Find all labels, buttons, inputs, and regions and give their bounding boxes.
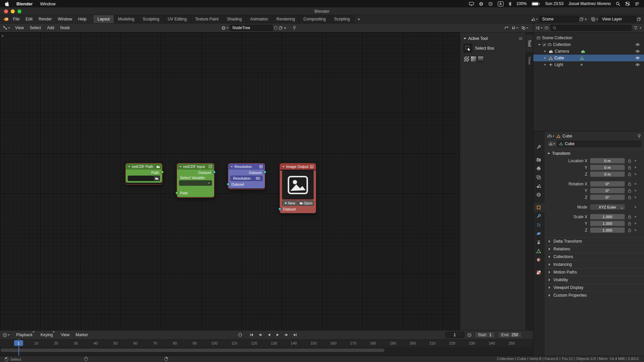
outliner-row-collection[interactable]: Collection [533, 41, 644, 48]
output-socket-dataset[interactable] [263, 171, 266, 174]
transform-value-field[interactable]: 0° [590, 181, 625, 187]
user-name[interactable]: Josué Martínez Moreno [569, 1, 611, 6]
menu-window[interactable]: Window [55, 17, 75, 21]
collapse-panel-icon[interactable] [464, 38, 466, 41]
ne-menu-add[interactable]: Add [44, 25, 57, 30]
animate-dot[interactable] [635, 190, 636, 191]
output-socket-dataset[interactable] [213, 171, 216, 174]
jump-to-prev-keyframe-button[interactable] [257, 332, 264, 338]
transform-value-field[interactable]: 1.000 [590, 214, 625, 220]
hide-cube-eye-icon[interactable] [635, 56, 640, 60]
browse-scene-button[interactable] [531, 17, 538, 21]
view-layer-name-field[interactable]: View Layer [599, 16, 636, 22]
new-image-button[interactable]: New [282, 200, 298, 206]
sidebar-tab-tool[interactable]: Tool [526, 35, 533, 52]
current-frame-indicator[interactable]: 1 [14, 340, 23, 346]
tool-mode-subtract[interactable] [478, 56, 484, 62]
collapse-node-icon[interactable] [282, 166, 284, 168]
start-frame-field[interactable]: Start1 [475, 332, 495, 338]
apple-menu[interactable] [5, 1, 9, 6]
panel-header-viewport-display[interactable]: Viewport Display [544, 284, 644, 291]
transform-value-field[interactable]: 0 m [590, 171, 625, 177]
outliner-row-light[interactable]: Light [533, 61, 644, 68]
animate-dot[interactable] [635, 229, 636, 231]
animate-dot[interactable] [635, 160, 636, 162]
menu-render[interactable]: Render [36, 17, 55, 21]
input-socket-dataset[interactable] [227, 183, 230, 186]
panel-header-delta-transform[interactable]: Delta Transform [544, 237, 644, 245]
outliner-row-cube[interactable]: Cube [533, 55, 644, 61]
workspace-tab-uv-editing[interactable]: UV Editing [164, 15, 191, 23]
battery-icon[interactable] [532, 2, 540, 6]
transform-value-field[interactable]: 0° [590, 188, 625, 193]
overlays-button[interactable] [521, 26, 528, 30]
panel-menu-icon[interactable] [519, 37, 522, 40]
pin-id-button[interactable] [637, 134, 641, 138]
outliner-search-input[interactable] [550, 25, 632, 31]
network-globe-icon[interactable] [479, 2, 483, 6]
chevron-down-icon[interactable] [640, 27, 642, 29]
browse-node-tree-button[interactable] [221, 26, 228, 30]
resolution-number-field[interactable]: Resolution 50 [230, 176, 263, 181]
menu-help[interactable]: Help [75, 17, 90, 21]
ptab-object-data[interactable] [533, 247, 544, 255]
expand-icon[interactable] [538, 44, 540, 46]
panel-header-collections[interactable]: Collections [544, 253, 644, 260]
snapping-button[interactable] [512, 26, 518, 30]
notification-list-icon[interactable] [635, 2, 639, 6]
panel-header-instancing[interactable]: Instancing [544, 260, 644, 268]
lock-icon[interactable] [627, 195, 632, 199]
menubar-clock[interactable]: Sun 23:53 [545, 1, 564, 6]
ne-menu-view[interactable]: View [12, 25, 27, 30]
tool-mode-new[interactable] [464, 56, 470, 62]
timeline-menu-view[interactable]: View [58, 333, 72, 337]
sidebar-tab-view[interactable]: View [526, 52, 533, 69]
ne-menu-select[interactable]: Select [27, 25, 44, 30]
unlink-node-tree-button[interactable]: × [284, 26, 286, 30]
node-header-netcdf-input[interactable]: netCDF input [177, 164, 214, 170]
app-menu-blender[interactable]: Blender [16, 1, 33, 6]
ptab-tool[interactable] [533, 143, 544, 152]
netcdf-path-text-field[interactable] [128, 176, 154, 181]
open-file-button[interactable] [154, 176, 160, 181]
expand-icon[interactable] [545, 57, 547, 59]
ptab-constraints[interactable] [533, 238, 544, 247]
timeline-track[interactable] [0, 347, 533, 356]
node-editor-canvas[interactable]: » netCDF Path Path netCDF input [0, 33, 533, 330]
browse-object-button[interactable] [547, 141, 557, 147]
properties-editor-type-button[interactable] [547, 134, 554, 138]
blender-logo[interactable] [3, 17, 9, 22]
play-button[interactable] [274, 332, 281, 338]
ptab-view-layer[interactable] [533, 173, 544, 182]
transform-value-field[interactable]: 0 m [590, 165, 625, 170]
tool-mode-add[interactable] [471, 56, 477, 62]
outliner-row-scene-collection[interactable]: Scene Collection [533, 35, 644, 41]
workspace-tab-animation[interactable]: Animation [246, 15, 272, 23]
unlink-scene-button[interactable]: × [584, 17, 587, 21]
collapse-node-icon[interactable] [231, 166, 233, 168]
ptab-modifiers[interactable] [533, 212, 544, 221]
go-to-parent-tree-button[interactable] [504, 26, 508, 30]
auto-keying-toggle[interactable] [237, 332, 244, 338]
panel-header-custom-properties[interactable]: Custom Properties [544, 291, 644, 299]
animate-dot[interactable] [635, 206, 636, 208]
image-preview[interactable] [282, 171, 314, 199]
input-source-icon[interactable]: A [498, 1, 503, 6]
animate-dot[interactable] [635, 196, 636, 198]
ptab-material[interactable] [533, 255, 544, 264]
workspace-tab-texture-paint[interactable]: Texture Paint [191, 15, 223, 23]
lock-icon[interactable] [627, 222, 632, 226]
node-tree-name-field[interactable]: NodeTree [230, 25, 273, 31]
variable-dropdown[interactable] [179, 180, 212, 186]
animate-dot[interactable] [635, 167, 636, 168]
output-socket-path[interactable] [161, 171, 164, 174]
panel-header-motion-paths[interactable]: Motion Paths [544, 268, 644, 276]
browse-view-layer-button[interactable] [591, 17, 598, 21]
lock-icon[interactable] [627, 189, 632, 193]
add-workspace-button[interactable]: + [354, 16, 364, 22]
end-frame-field[interactable]: End250 [498, 332, 522, 338]
expand-sidebar-icon[interactable]: » [1, 33, 4, 38]
workspace-tab-modeling[interactable]: Modeling [114, 15, 139, 23]
hide-collection-eye-icon[interactable] [635, 43, 640, 46]
timeline-menu-playback[interactable]: Playback [13, 333, 38, 337]
